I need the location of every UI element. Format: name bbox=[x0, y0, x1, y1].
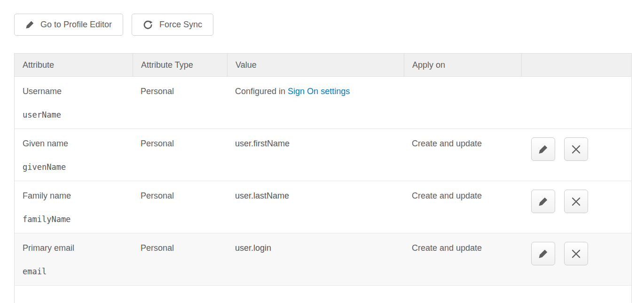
close-icon bbox=[571, 248, 581, 259]
edit-button[interactable] bbox=[531, 242, 555, 265]
table-row-username: Username userName Personal Configured in… bbox=[15, 77, 631, 129]
header-actions bbox=[521, 54, 631, 76]
attribute-cell: Family name familyName bbox=[15, 181, 133, 233]
table-row-family-name: Family name familyName Personal user.las… bbox=[15, 181, 631, 233]
attribute-type-cell: Personal bbox=[133, 233, 227, 285]
pencil-icon bbox=[538, 249, 548, 259]
header-attribute-type: Attribute Type bbox=[133, 54, 227, 76]
attribute-code: givenName bbox=[23, 162, 126, 172]
remove-button[interactable] bbox=[564, 242, 588, 265]
attribute-type-cell: Personal bbox=[133, 129, 227, 181]
go-to-profile-editor-button[interactable]: Go to Profile Editor bbox=[14, 14, 123, 36]
actions-cell bbox=[521, 77, 631, 128]
header-attribute: Attribute bbox=[15, 54, 133, 76]
value-cell: user.firstName bbox=[227, 129, 404, 181]
remove-button[interactable] bbox=[564, 190, 588, 213]
close-icon bbox=[571, 196, 581, 207]
attribute-cell: Username userName bbox=[15, 77, 133, 128]
close-icon bbox=[571, 144, 581, 155]
attribute-label: Primary email bbox=[23, 243, 74, 253]
pencil-icon bbox=[538, 144, 548, 154]
attribute-label: Family name bbox=[23, 191, 71, 200]
actions-cell bbox=[521, 233, 631, 285]
value-prefix: Configured in bbox=[235, 87, 285, 96]
table-row-primary-email: Primary email email Personal user.login … bbox=[15, 233, 631, 286]
remove-button[interactable] bbox=[564, 137, 588, 161]
table-header-row: Attribute Attribute Type Value Apply on bbox=[15, 54, 631, 77]
attribute-code: email bbox=[23, 266, 126, 277]
edit-button[interactable] bbox=[531, 190, 555, 213]
force-sync-button[interactable]: Force Sync bbox=[132, 14, 213, 36]
go-to-profile-editor-label: Go to Profile Editor bbox=[40, 20, 112, 30]
value-cell: user.lastName bbox=[227, 181, 404, 233]
actions-cell bbox=[521, 129, 631, 181]
apply-on-cell: Create and update bbox=[404, 129, 521, 181]
apply-on-cell: Create and update bbox=[404, 233, 521, 285]
apply-on-cell: Create and update bbox=[404, 181, 521, 233]
attribute-label: Given name bbox=[23, 139, 68, 148]
refresh-icon bbox=[143, 20, 153, 30]
header-value: Value bbox=[227, 54, 404, 76]
attribute-type-cell: Personal bbox=[133, 77, 227, 128]
edit-button[interactable] bbox=[531, 137, 555, 161]
attribute-code: familyName bbox=[23, 214, 126, 224]
value-cell: user.login bbox=[227, 233, 404, 285]
header-apply-on: Apply on bbox=[404, 54, 521, 76]
attribute-cell: Given name givenName bbox=[15, 129, 133, 181]
attribute-type-cell: Personal bbox=[133, 181, 227, 233]
force-sync-label: Force Sync bbox=[159, 20, 202, 30]
sign-on-settings-link[interactable]: Sign On settings bbox=[288, 87, 350, 96]
attribute-label: Username bbox=[23, 87, 62, 96]
apply-on-cell bbox=[404, 77, 521, 128]
table-row-given-name: Given name givenName Personal user.first… bbox=[15, 129, 631, 181]
value-cell: Configured in Sign On settings bbox=[227, 77, 404, 128]
toolbar: Go to Profile Editor Force Sync bbox=[14, 14, 213, 36]
attribute-code: userName bbox=[23, 110, 126, 120]
pencil-icon bbox=[538, 197, 548, 207]
attribute-mappings-table: Attribute Attribute Type Value Apply on … bbox=[14, 53, 632, 303]
pencil-icon bbox=[25, 20, 34, 29]
table-row-partial bbox=[15, 286, 631, 303]
actions-cell bbox=[521, 181, 631, 233]
attribute-cell: Primary email email bbox=[15, 233, 133, 285]
